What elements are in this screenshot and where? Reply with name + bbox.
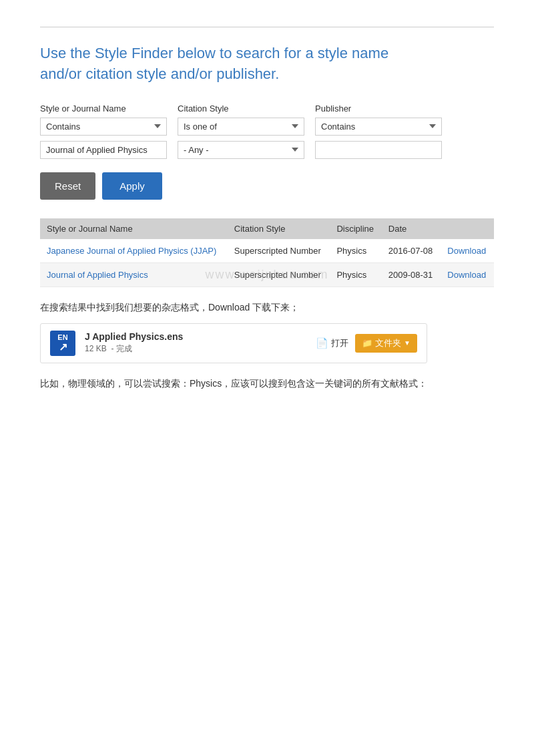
row2-date: 2009-08-31	[382, 262, 441, 287]
col2-label: Citation Style	[178, 104, 304, 114]
bottom-note: 比如，物理领域的，可以尝试搜索：Physics，应该可以搜到包含这一关键词的所有…	[40, 378, 494, 390]
apply-button[interactable]: Apply	[102, 172, 162, 200]
open-button[interactable]: 📄 打开	[316, 337, 348, 349]
col1-label: Style or Journal Name	[40, 104, 167, 114]
dropdown-arrow-icon: ▼	[404, 339, 411, 347]
th-date: Date	[382, 218, 441, 239]
row1-download-link[interactable]: Download	[447, 246, 486, 256]
reset-button[interactable]: Reset	[40, 172, 95, 200]
filter-inputs-row: - Any - Superscripted Number Author-Date	[40, 141, 494, 159]
file-info: J Applied Physics.ens 12 KB - 完成	[85, 331, 306, 355]
top-divider	[40, 27, 494, 27]
row1-name: Japanese Journal of Applied Physics (JJA…	[40, 239, 228, 263]
row2-name: Journal of Applied Physics	[40, 262, 228, 287]
result-note: 在搜索结果中找到我们想要的杂志格式，Download 下载下来；	[40, 302, 494, 314]
table-header-row: Style or Journal Name Citation Style Dis…	[40, 218, 494, 239]
results-table: Style or Journal Name Citation Style Dis…	[40, 218, 494, 287]
th-action	[441, 218, 494, 239]
row1-citation: Superscripted Number	[228, 239, 330, 263]
download-card: EN ↗ J Applied Physics.ens 12 KB - 完成 📄 …	[40, 323, 427, 363]
folder-button[interactable]: 📁 文件夹 ▼	[355, 334, 417, 353]
th-discipline: Discipline	[330, 218, 381, 239]
row2-citation: Superscripted Number	[228, 262, 330, 287]
file-meta: 12 KB - 完成	[85, 343, 306, 355]
col3-select[interactable]: Contains Starts with Ends with	[315, 118, 442, 136]
row2-name-link[interactable]: Journal of Applied Physics	[47, 270, 148, 280]
row1-discipline: Physics	[330, 239, 381, 263]
buttons-row: Reset Apply	[40, 172, 494, 200]
file-icon: 📄	[316, 337, 328, 349]
filter-selects-row: Contains Starts with Ends with Is one of…	[40, 118, 494, 136]
filter-labels-row: Style or Journal Name Citation Style Pub…	[40, 104, 494, 114]
row1-name-link[interactable]: Japanese Journal of Applied Physics (JJA…	[47, 246, 216, 256]
page-heading: Use the Style Finder below to search for…	[40, 43, 494, 85]
col3-input[interactable]	[315, 141, 442, 159]
table-row: Journal of Applied Physics Superscripted…	[40, 262, 494, 287]
col3-label: Publisher	[315, 104, 442, 114]
col2-select[interactable]: Is one of Contains Starts with	[178, 118, 304, 136]
row2-download-link[interactable]: Download	[447, 270, 486, 280]
th-citation: Citation Style	[228, 218, 330, 239]
row2-discipline: Physics www.weijuhua.com	[330, 262, 381, 287]
file-name: J Applied Physics.ens	[85, 331, 306, 342]
filter-section: Style or Journal Name Citation Style Pub…	[40, 104, 494, 159]
col1-input[interactable]	[40, 141, 167, 159]
col1-select[interactable]: Contains Starts with Ends with	[40, 118, 167, 136]
row1-download: Download	[441, 239, 494, 263]
table-row: Japanese Journal of Applied Physics (JJA…	[40, 239, 494, 263]
en-icon: EN ↗	[50, 331, 75, 356]
row1-date: 2016-07-08	[382, 239, 441, 263]
file-actions: 📄 打开 📁 文件夹 ▼	[316, 334, 417, 353]
row2-download: Download	[441, 262, 494, 287]
folder-icon: 📁	[362, 338, 372, 348]
th-name: Style or Journal Name	[40, 218, 228, 239]
col2-input-select[interactable]: - Any - Superscripted Number Author-Date	[178, 141, 304, 159]
